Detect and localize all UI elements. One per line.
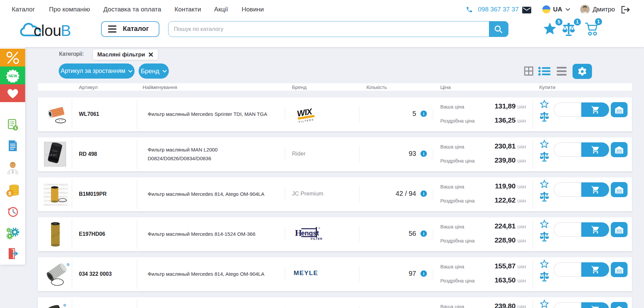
svg-text:FILTER: FILTER [311,237,323,240]
svg-text:B: B [61,22,71,38]
svg-text:NEW: NEW [8,74,17,78]
svg-text:PREMIUM JC PREMIUM JC: PREMIUM JC PREMIUM JC [44,204,67,206]
svg-text:$: $ [14,126,16,130]
svg-text:$: $ [8,191,11,196]
svg-text:г а л о г: г а л о г [46,153,57,157]
svg-text:JC PREMIUM JC PREMIUM: JC PREMIUM JC PREMIUM [44,184,67,186]
svg-text:clou: clou [34,22,61,38]
svg-text:®: ® [318,227,320,229]
